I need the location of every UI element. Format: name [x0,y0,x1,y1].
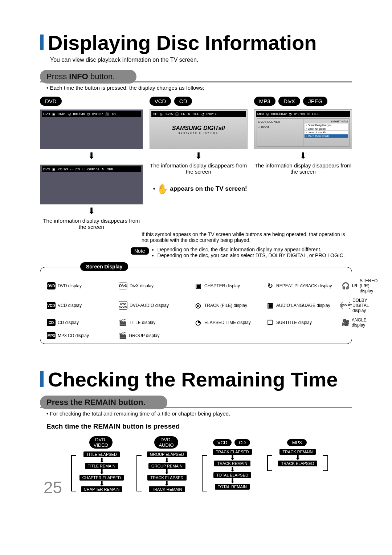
legend-label: DOLBY DIGITAL display [352,298,377,313]
chip-vcd: VCD [150,97,171,106]
osd-dvd-1: DVD ▣01/01 ◎001/040 ◔0:00:37 🎥1/1 [42,111,141,117]
remain-step: TRACK REMAIN [149,486,185,492]
mp3-root-label: ROOT [261,126,269,129]
repeat-icon: ↻ [102,167,105,171]
hand-icon: ✋ [157,183,168,194]
page-title-2: Checking the Remaining Time [40,369,352,390]
dolby-chip-icon: ▯▯DOLBY [342,302,350,309]
arrow-down-icon: ⬇ [254,151,352,161]
dvd-chip-icon: DVD [47,282,56,289]
osd-field: KO 1/3 [58,167,68,171]
arrow-down-icon: ⬇ [99,481,105,486]
legend-label: GROUP display [129,333,159,338]
osd-field: 0:00:09 [294,112,305,116]
arrow-down-icon: ⬇ [164,458,170,463]
loop-line [202,455,207,491]
samsung-logo-text: SAMSUNG DIGITall [172,125,225,131]
legend-label: CHAPTER display [204,283,240,288]
tv-note-heading: • ✋ appears on the TV screen! [153,183,248,195]
osd-field: CD [153,112,158,116]
arrow-down-icon: ⬇ [230,455,235,460]
headphone-icon: 🎧 [342,283,350,289]
vcd-chip-icon: VCD [47,302,56,309]
subtitle-icon: ☐ [266,319,274,326]
dvd-screen-2: DVD ▣KO 1/3 ▭EN ☐OFF/ 02 ↻OFF [40,165,143,204]
chip-mp3: MP3 [254,97,275,106]
legend-label: SUBTITLE display [276,320,312,325]
arrow-down-icon: ⬇ [150,151,248,161]
info-disappear-caption: The information display disappears from … [40,218,143,230]
legend-label: CD display [58,320,79,325]
track-icon: ◎ [68,112,71,116]
osd-cd: CD ◎02/15 🎧LR ↻OFF ◔0:02:30 [151,111,246,117]
clock-icon: ◔ [194,319,202,326]
osd-field: 01/01 [58,112,66,116]
note-box: Note Depending on the disc, the disc inf… [131,247,352,258]
legend-label: TITLE display [129,320,155,325]
mp3-track: ♪ Something like you [305,123,348,127]
cd-screen: CD ◎02/15 🎧LR ↻OFF ◔0:02:30 SAMSUNG DIGI… [150,109,248,149]
page-subtitle-1: You can view disc playback information o… [50,57,352,63]
chapter-icon: ▣ [52,112,56,116]
legend-title: Screen Display [80,262,128,271]
subtitle-icon: ☐ [82,167,85,171]
mp3-screen: MP3 ◎0001/0042 ◔0:00:09 ↻OFF DVD RECEIVE… [254,109,352,149]
each-press-heading: Each time the REMAIN button is pressed [46,422,352,430]
osd-mp3: MP3 ◎0001/0042 ◔0:00:09 ↻OFF [256,111,350,117]
mp3-track-name: Back for good [308,127,326,130]
note-item: Depending on the disc, the disc informat… [158,247,345,252]
tv-note-label: appears on the TV screen! [170,185,247,192]
press-btn: INFO [69,72,88,81]
instruction-pill-2: Press the REMAIN button. [40,396,167,409]
arrow-down-icon: ⬇ [99,458,105,463]
page-title-1: Displaying Disc Information [40,33,352,53]
angle-icon: 🎥 [342,319,350,326]
note-item: Depending on the disc, you can also sele… [158,252,345,258]
press-bullet-1: • Each time the button is pressed, the d… [46,85,352,91]
osd-field: 1/1 [111,112,116,116]
instruction-pill-1: Press INFO button. [40,70,136,84]
mp3-track: ♪ Back for good [305,127,348,130]
group-icon: 🎬 [119,332,127,339]
loop-line [267,455,272,471]
divx-chip-icon: DivX [119,282,127,289]
legend-label: TRACK (FILE) display [204,303,247,308]
arrow-down-icon: ⬇ [230,467,235,472]
note-chip: Note [131,247,149,255]
osd-field: 02/15 [165,112,173,116]
press-post: button. [88,72,115,81]
repeat-icon: ↻ [266,283,274,289]
mp3-track: ♪ Love of my life [305,131,348,134]
chip-dvd: DVD [40,97,62,106]
press-pre: Press [46,72,69,81]
info-disappear-caption: The information display disappears from … [254,162,352,175]
chip-line: DVD- [95,437,107,442]
arrow-down-icon: ⬇ [164,469,170,474]
osd-field: 0:00:37 [92,112,103,116]
angle-icon: 🎥 [105,112,109,116]
chip-jpeg: JPEG [303,97,327,106]
legend-label: ELAPSED TIME display [204,320,251,325]
press-bullet-2: • For checking the total and remaining t… [46,410,352,417]
remain-step: CHAPTER REMAIN [81,486,122,492]
legend-label: REPEAT PLAYBACK display [276,283,332,288]
legend-label: DVD-AUDIO display [130,303,169,308]
osd-field: DVD [43,167,50,171]
osd-field: 0001/0042 [271,112,287,116]
samsung-logo: SAMSUNG DIGITall everyone's invited [150,125,247,134]
legend-label: STEREO (L/R) display [360,278,377,293]
clock-icon: ◔ [201,112,204,116]
audio-lang-icon: ▣ [52,167,56,171]
arrow-down-icon: ⬇ [164,481,170,486]
legend-label: AUDIO LANGUAGE display [276,303,330,308]
osd-field: 0:02:30 [207,112,217,116]
chip-mp3: MP3 [287,439,307,446]
info-disappear-caption: The information display disappears from … [150,162,248,175]
remain-col-vcd-cd: VCDCD TRACK ELAPSED⬇ TRACK REMAIN⬇ TOTAL… [207,435,258,492]
legend-label: VCD display [58,303,82,308]
arrow-down-icon: ⬇ [295,455,301,460]
remain-col-dvd-audio: DVD-AUDIO GROUP ELAPSED⬇ GROUP REMAIN⬇ T… [142,435,192,492]
remain-step: TOTAL REMAIN [215,484,250,490]
osd-dvd-2: DVD ▣KO 1/3 ▭EN ☐OFF/ 02 ↻OFF [42,166,141,172]
repeat-icon: ↻ [188,112,191,116]
